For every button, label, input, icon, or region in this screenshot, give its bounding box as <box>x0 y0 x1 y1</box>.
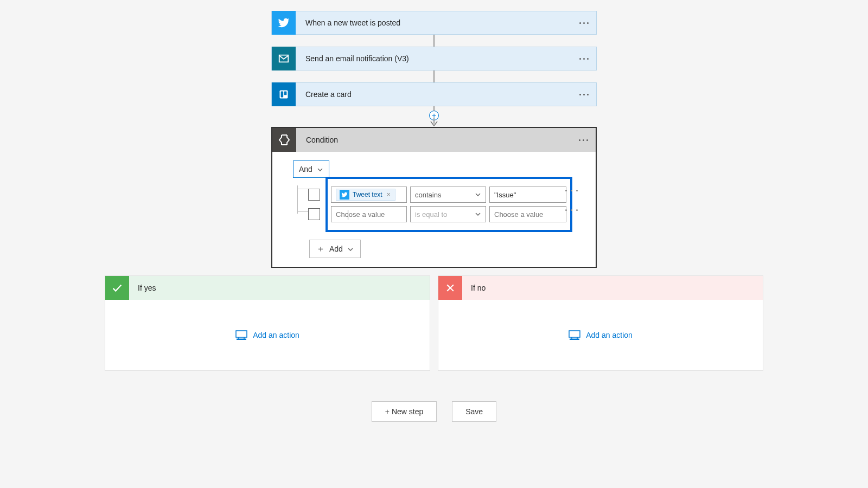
add-label: Add <box>329 245 343 253</box>
chevron-down-icon <box>347 246 354 252</box>
row-select-checkbox[interactable] <box>308 189 320 201</box>
add-action-button[interactable]: Add an action <box>569 330 633 340</box>
connector-arrow <box>433 70 435 82</box>
operator-label: contains <box>415 191 441 199</box>
condition-row: is equal to <box>331 206 567 222</box>
step-create-card[interactable]: Create a card <box>271 82 597 106</box>
branch-title: If yes <box>129 284 156 292</box>
condition-icon <box>272 128 296 152</box>
operator-placeholder: is equal to <box>415 210 447 219</box>
step-title: Create a card <box>296 90 352 99</box>
svg-rect-13 <box>569 331 580 337</box>
add-condition-button[interactable]: ＋ Add <box>309 240 361 258</box>
text-cursor <box>348 210 348 220</box>
add-action-button[interactable]: Add an action <box>235 330 299 340</box>
step-menu-button[interactable] <box>578 11 590 34</box>
flow-canvas: When a new tweet is posted Send an email… <box>0 0 868 422</box>
condition-branches: If yes Add an action If no <box>105 275 763 371</box>
token-remove-button[interactable]: × <box>386 191 392 198</box>
token-label: Tweet text <box>353 191 382 198</box>
step-title: Send an email notification (V3) <box>296 54 409 63</box>
condition-value-field[interactable]: Tweet text × <box>331 187 407 203</box>
condition-operator-select[interactable]: is equal to <box>410 206 486 222</box>
condition-operator-select[interactable]: contains <box>410 187 486 203</box>
chevron-down-icon <box>475 191 481 198</box>
new-step-label: + New step <box>385 407 423 416</box>
condition-rules-tree: Tweet text × contains <box>293 177 582 232</box>
condition-value-field[interactable] <box>331 206 407 222</box>
step-menu-button[interactable] <box>578 47 590 70</box>
step-menu-button[interactable] <box>578 128 589 152</box>
condition-compare-value-field[interactable] <box>489 187 566 203</box>
step-menu-button[interactable] <box>578 83 590 106</box>
chevron-down-icon <box>317 166 323 172</box>
compare-value-input[interactable] <box>494 210 561 219</box>
row-menu-button[interactable] <box>564 209 579 211</box>
svg-rect-7 <box>236 331 247 337</box>
group-operator-select[interactable]: And <box>293 160 329 178</box>
value-input[interactable] <box>336 210 402 219</box>
new-step-button[interactable]: + New step <box>372 401 437 422</box>
row-select-checkbox[interactable] <box>308 208 320 220</box>
step-send-email[interactable]: Send an email notification (V3) <box>271 47 597 70</box>
add-action-icon <box>569 330 580 340</box>
branch-header[interactable]: If no <box>438 276 763 300</box>
save-label: Save <box>465 407 483 416</box>
group-operator-label: And <box>299 165 312 174</box>
step-title: When a new tweet is posted <box>296 18 400 27</box>
add-action-icon <box>235 330 247 340</box>
trello-icon <box>272 82 296 106</box>
condition-compare-value-field[interactable] <box>489 206 566 222</box>
compare-value-input[interactable] <box>494 191 561 199</box>
twitter-icon <box>272 11 296 35</box>
chevron-down-icon <box>475 211 481 217</box>
close-icon <box>438 276 462 300</box>
save-button[interactable]: Save <box>452 401 496 422</box>
step-twitter-trigger[interactable]: When a new tweet is posted <box>271 11 597 35</box>
flow-footer: + New step Save <box>372 401 496 422</box>
svg-rect-3 <box>281 92 284 98</box>
condition-title: Condition <box>296 136 338 144</box>
twitter-icon <box>340 190 349 200</box>
row-menu-button[interactable] <box>564 190 579 191</box>
condition-body: And Tweet text <box>272 152 596 267</box>
branch-if-yes: If yes Add an action <box>105 275 430 371</box>
mail-icon <box>272 47 296 70</box>
connector-arrow <box>433 35 435 47</box>
add-action-label: Add an action <box>253 331 299 339</box>
svg-rect-4 <box>284 92 287 95</box>
add-action-label: Add an action <box>586 331 633 339</box>
condition-row: Tweet text × contains <box>331 187 567 203</box>
branch-title: If no <box>462 284 486 292</box>
plus-icon: ＋ <box>316 243 325 255</box>
branch-if-no: If no Add an action <box>438 275 763 371</box>
dynamic-token-tweet-text[interactable]: Tweet text × <box>336 189 395 201</box>
branch-header[interactable]: If yes <box>105 276 430 300</box>
check-icon <box>105 276 129 300</box>
connector-with-insert: + <box>433 106 435 127</box>
step-condition[interactable]: Condition And <box>271 127 597 268</box>
condition-header[interactable]: Condition <box>272 128 596 152</box>
condition-rules-group: Tweet text × contains <box>326 177 572 232</box>
